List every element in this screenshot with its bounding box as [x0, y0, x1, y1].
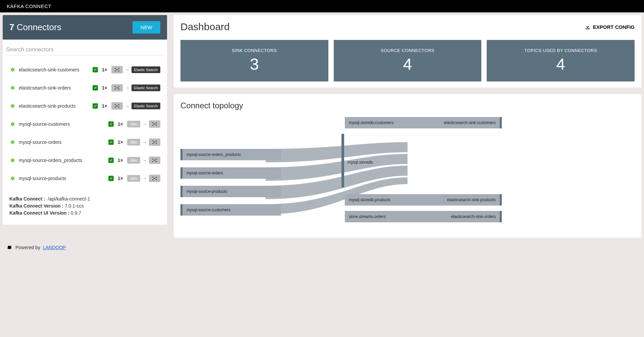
topology-topic-node[interactable]: store.streams.orderselasticsearch-sink-o… — [345, 211, 502, 222]
kafka-icon-tag — [149, 175, 160, 182]
cluster-icon — [114, 86, 120, 90]
kafka-icon-tag — [149, 120, 160, 128]
topology-source-node[interactable]: mysql-source-customers — [180, 204, 281, 216]
connector-name: elasticsearch-sink-orders — [19, 85, 89, 91]
gear-icon — [9, 121, 15, 127]
kafka-icon-tag — [111, 102, 123, 110]
landoop-link[interactable]: LANDOOP — [43, 245, 66, 250]
connectors-count-title: 7 Connectors — [9, 22, 61, 33]
cluster-icon — [152, 140, 158, 145]
status-ok-icon — [108, 139, 114, 145]
cluster-icon — [114, 67, 120, 72]
task-count: 1× — [102, 103, 107, 109]
arrow-icon: → — [125, 67, 129, 72]
export-config-button[interactable]: EXPORT CONFIG — [585, 24, 635, 30]
sink-tag: Elastic Search — [131, 85, 160, 91]
app-header: KAFKA CONNECT — [0, 0, 644, 12]
stat-value: 4 — [490, 55, 631, 73]
task-count: 1× — [102, 85, 107, 91]
source-tag: Jdbc — [127, 139, 140, 146]
cluster-icon — [152, 176, 158, 181]
connector-item[interactable]: mysql-source-customers 1× Jdbc → — [3, 115, 167, 133]
topology-source-node[interactable]: mysql-source-orders — [180, 167, 281, 179]
gear-icon — [9, 176, 15, 181]
task-count: 1× — [118, 121, 123, 127]
task-count: 1× — [118, 139, 123, 145]
new-connector-button[interactable]: NEW — [132, 21, 160, 34]
dashboard-panel: Dashboard EXPORT CONFIG SINK CONNECTORS … — [174, 15, 641, 88]
app-title: KAFKA CONNECT — [7, 3, 51, 9]
task-count: 1× — [102, 67, 107, 72]
gear-icon — [9, 67, 15, 72]
arrow-icon: → — [142, 139, 147, 145]
cluster-icon — [152, 158, 158, 163]
arrow-icon: → — [142, 158, 147, 163]
connector-name: elasticsearch-sink-products — [19, 103, 89, 109]
connector-item[interactable]: elasticsearch-sink-products 1× → Elastic… — [3, 97, 167, 115]
landoop-icon — [7, 244, 13, 250]
stat-card[interactable]: SINK CONNECTORS 3 — [180, 40, 328, 81]
stat-cards: SINK CONNECTORS 3 SOURCE CONNECTORS 4 TO… — [180, 40, 635, 81]
stat-label: SOURCE CONNECTORS — [337, 48, 478, 53]
topology-topic-node[interactable]: mysql.storedb.productselasticsearch-sink… — [345, 194, 502, 206]
status-ok-icon — [108, 176, 114, 181]
stat-label: SINK CONNECTORS — [184, 48, 325, 53]
task-count: 1× — [118, 176, 123, 181]
connector-item[interactable]: mysql-source-products 1× Jdbc → — [3, 169, 167, 187]
status-ok-icon — [93, 67, 98, 72]
topology-title: Connect topology — [180, 101, 635, 110]
connector-flow: Jdbc → — [127, 157, 160, 164]
connector-item[interactable]: mysql-source-orders 1× Jdbc → — [3, 133, 167, 151]
stat-value: 4 — [337, 55, 478, 73]
page-title: Dashboard — [180, 21, 230, 33]
cluster-icon — [152, 122, 158, 126]
connector-name: elasticsearch-sink-customers — [19, 67, 89, 72]
connector-flow: Jdbc → — [127, 138, 160, 146]
cluster-icon — [114, 104, 120, 108]
connector-name: mysql-source-orders_products — [19, 158, 104, 163]
source-tag: Jdbc — [127, 157, 140, 164]
status-ok-icon — [93, 85, 98, 91]
topology-canvas: mysql-source-orders_products mysql-sourc… — [180, 117, 635, 231]
connector-flow: → Elastic Search — [111, 84, 160, 92]
task-count: 1× — [118, 158, 123, 163]
gear-icon — [9, 158, 15, 163]
connector-flow: Jdbc → — [127, 120, 160, 128]
connector-list: elasticsearch-sink-customers 1× → Elasti… — [3, 57, 167, 191]
search-input[interactable] — [6, 44, 164, 55]
arrow-icon: → — [125, 85, 129, 91]
topology-source-node[interactable]: mysql-source-orders_products — [180, 149, 281, 160]
arrow-icon: → — [125, 103, 129, 109]
topology-panel: Connect topology mysql-source-orders_pro… — [174, 94, 641, 238]
connector-flow: → Elastic Search — [111, 102, 160, 110]
sidebar: 7 Connectors NEW elasticsearch-sink-cust… — [3, 15, 167, 238]
connector-name: mysql-source-orders — [19, 139, 104, 145]
kafka-icon-tag — [111, 84, 123, 92]
arrow-icon: → — [142, 121, 147, 127]
stat-label: TOPICS USED BY CONNECTORS — [490, 48, 631, 53]
main-content: Dashboard EXPORT CONFIG SINK CONNECTORS … — [174, 15, 641, 238]
connector-name: mysql-source-products — [19, 176, 104, 181]
topology-mid-label: mysql.storedb. — [347, 160, 374, 165]
kafka-icon-tag — [149, 157, 160, 164]
status-ok-icon — [108, 158, 114, 163]
arrow-icon: → — [142, 176, 147, 181]
connector-flow: → Elastic Search — [111, 66, 160, 73]
gear-icon — [9, 139, 15, 145]
stat-card[interactable]: SOURCE CONNECTORS 4 — [334, 40, 482, 81]
stat-card[interactable]: TOPICS USED BY CONNECTORS 4 — [487, 40, 635, 81]
connector-item[interactable]: elasticsearch-sink-orders 1× → Elastic S… — [3, 79, 167, 97]
kafka-icon-tag — [111, 66, 123, 73]
topology-mid-marker — [341, 134, 344, 187]
source-tag: Jdbc — [127, 175, 140, 182]
stat-value: 3 — [184, 55, 325, 73]
sink-tag: Elastic Search — [131, 66, 160, 73]
info-block: Kafka Connect : /api/kafka-connect-1 Kaf… — [3, 191, 167, 225]
topology-source-node[interactable]: mysql-source-products — [180, 186, 281, 197]
gear-icon — [9, 103, 15, 109]
connector-item[interactable]: mysql-source-orders_products 1× Jdbc → — [3, 151, 167, 169]
connector-item[interactable]: elasticsearch-sink-customers 1× → Elasti… — [3, 61, 167, 79]
topology-topic-node[interactable]: mysql.storedb.customerselasticsearch-sin… — [345, 117, 502, 128]
connector-flow: Jdbc → — [127, 175, 160, 182]
footer: Powered by LANDOOP — [0, 240, 644, 255]
